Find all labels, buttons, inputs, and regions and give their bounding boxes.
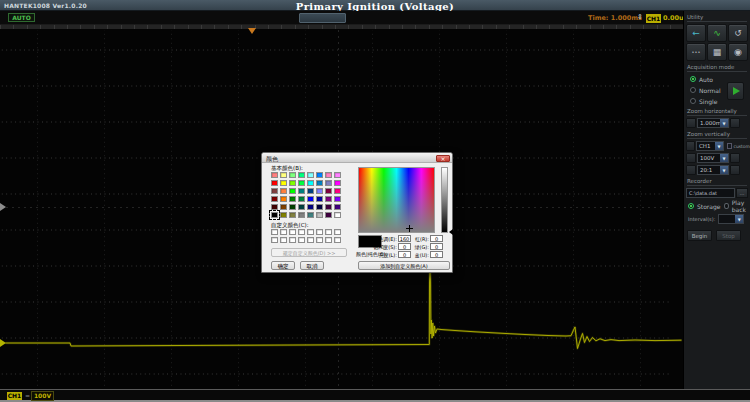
add-custom-colors-button[interactable]: 添加到自定义颜色(A) [358, 261, 450, 270]
ok-button[interactable]: 确定 [271, 261, 295, 270]
probe-next-button[interactable] [730, 165, 740, 175]
color-field-value[interactable]: 0 [398, 243, 411, 250]
color-field-value[interactable]: 0 [430, 251, 443, 258]
basic-color-swatch[interactable] [316, 204, 323, 210]
basic-color-swatch[interactable] [325, 196, 332, 202]
basic-color-swatch[interactable] [298, 204, 305, 210]
color-crosshair-icon[interactable] [406, 225, 413, 232]
basic-color-swatch[interactable] [289, 196, 296, 202]
basic-color-swatch[interactable] [316, 180, 323, 186]
basic-color-swatch[interactable] [325, 180, 332, 186]
probe-prev-button[interactable] [686, 165, 696, 175]
basic-color-swatch[interactable] [280, 196, 287, 202]
close-icon[interactable]: × [436, 155, 450, 162]
custom-color-swatch[interactable] [334, 237, 341, 243]
more-button[interactable]: ••• [686, 43, 706, 61]
timebase-decrease-button[interactable] [686, 118, 696, 128]
range-decrease-button[interactable] [686, 153, 696, 163]
ch1-ground-marker[interactable] [0, 339, 6, 347]
basic-color-swatch[interactable] [271, 196, 278, 202]
range-increase-button[interactable] [730, 153, 740, 163]
dialog-title-bar[interactable]: 颜色 × [262, 153, 452, 163]
channel-prev-button[interactable] [686, 141, 695, 151]
basic-color-swatch[interactable] [289, 188, 296, 194]
define-custom-colors-button[interactable]: 规定自定义颜色(D) >> [271, 248, 347, 257]
radio-storage[interactable]: Storage [688, 202, 720, 210]
hue-saturation-field[interactable] [358, 167, 435, 233]
radio-playback[interactable]: Play back [724, 202, 747, 210]
basic-color-swatch[interactable] [307, 196, 314, 202]
custom-checkbox[interactable] [727, 143, 732, 149]
timebase-select[interactable]: 1.000ms ▼ [697, 118, 729, 128]
basic-color-swatch[interactable] [280, 204, 287, 210]
basic-color-swatch[interactable] [280, 188, 287, 194]
run-button[interactable] [727, 82, 744, 100]
basic-color-swatch[interactable] [298, 188, 305, 194]
volt-range-select[interactable]: 100V ▼ [697, 153, 729, 163]
probe-select[interactable]: 20:1 ▼ [697, 165, 729, 175]
cancel-button[interactable]: 取消 [300, 261, 324, 270]
basic-color-swatch[interactable] [334, 180, 341, 186]
waveform-button[interactable]: ∿ [707, 24, 727, 42]
undo-button[interactable]: ↺ [728, 24, 748, 42]
record-file-input[interactable]: C:\data.dat [686, 188, 735, 198]
basic-color-swatch[interactable] [289, 204, 296, 210]
grid-button[interactable]: ▦ [707, 43, 727, 61]
basic-color-swatch[interactable] [334, 188, 341, 194]
basic-color-swatch[interactable] [307, 204, 314, 210]
luminance-slider-arrow[interactable] [449, 229, 453, 235]
basic-color-swatch[interactable] [271, 204, 278, 210]
custom-color-swatch[interactable] [280, 237, 287, 243]
basic-color-swatch[interactable] [298, 180, 305, 186]
color-field-value[interactable]: 160 [398, 235, 411, 242]
basic-color-swatch[interactable] [280, 172, 287, 178]
basic-color-swatch[interactable] [298, 196, 305, 202]
custom-color-swatch[interactable] [289, 237, 296, 243]
basic-color-swatch[interactable] [280, 212, 287, 218]
basic-color-swatch[interactable] [334, 212, 341, 218]
luminance-slider[interactable] [441, 167, 448, 233]
basic-color-swatch[interactable] [271, 212, 278, 218]
custom-color-swatch[interactable] [271, 237, 278, 243]
interval-select[interactable]: ▼ [718, 214, 744, 224]
basic-color-swatch[interactable] [325, 188, 332, 194]
custom-color-swatch[interactable] [280, 229, 287, 235]
basic-color-swatch[interactable] [334, 172, 341, 178]
color-field-value[interactable]: 0 [430, 235, 443, 242]
custom-color-swatch[interactable] [298, 237, 305, 243]
ch2-ground-marker[interactable] [0, 203, 6, 211]
custom-color-swatch[interactable] [325, 229, 332, 235]
color-field-value[interactable]: 0 [430, 243, 443, 250]
basic-color-swatch[interactable] [271, 172, 278, 178]
camera-button[interactable]: ◉ [728, 43, 748, 61]
basic-color-swatch[interactable] [271, 180, 278, 186]
color-field-value[interactable]: 0 [398, 251, 411, 258]
channel-select[interactable]: CH1 ▼ [696, 141, 724, 151]
basic-color-swatch[interactable] [298, 212, 305, 218]
basic-color-swatch[interactable] [289, 172, 296, 178]
custom-color-swatch[interactable] [289, 229, 296, 235]
custom-color-swatch[interactable] [316, 237, 323, 243]
custom-color-swatch[interactable] [325, 237, 332, 243]
timebase-increase-button[interactable] [730, 118, 740, 128]
auto-status-badge[interactable]: AUTO [8, 13, 35, 22]
basic-color-swatch[interactable] [334, 196, 341, 202]
basic-color-swatch[interactable] [280, 180, 287, 186]
begin-button[interactable]: Begin [687, 230, 712, 241]
basic-color-swatch[interactable] [289, 180, 296, 186]
custom-color-swatch[interactable] [334, 229, 341, 235]
custom-color-swatch[interactable] [307, 229, 314, 235]
basic-color-swatch[interactable] [307, 212, 314, 218]
basic-color-swatch[interactable] [334, 204, 341, 210]
browse-button[interactable]: … [736, 188, 748, 198]
basic-color-swatch[interactable] [289, 212, 296, 218]
basic-color-swatch[interactable] [307, 188, 314, 194]
ch1-status-badge[interactable]: CH1 [7, 392, 22, 400]
basic-color-swatch[interactable] [307, 172, 314, 178]
basic-color-swatch[interactable] [325, 204, 332, 210]
basic-color-swatch[interactable] [307, 180, 314, 186]
basic-color-swatch[interactable] [316, 188, 323, 194]
basic-color-swatch[interactable] [325, 212, 332, 218]
basic-color-swatch[interactable] [316, 212, 323, 218]
basic-color-swatch[interactable] [316, 172, 323, 178]
